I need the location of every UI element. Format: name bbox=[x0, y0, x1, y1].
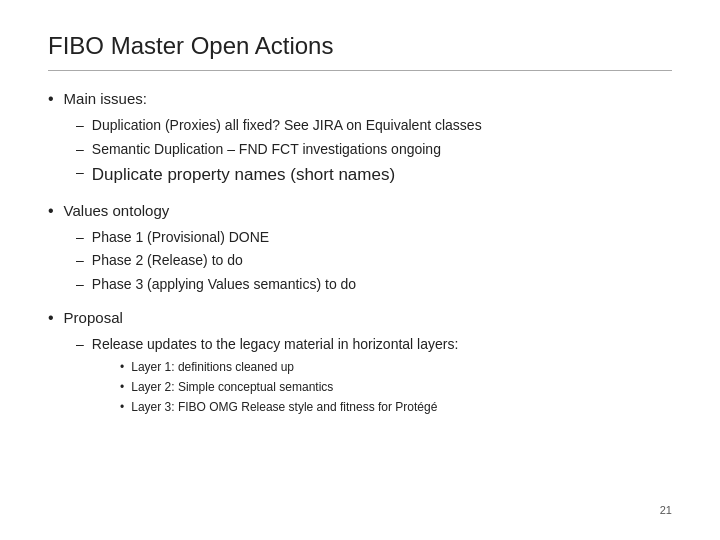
sub-sub-dot-1: • bbox=[120, 358, 124, 376]
sub-sub-dot-3: • bbox=[120, 398, 124, 416]
sub-sub-text-layer1: Layer 1: definitions cleaned up bbox=[131, 358, 294, 376]
dash-1: – bbox=[76, 115, 84, 137]
sub-bullet-phase2: – Phase 2 (Release) to do bbox=[76, 250, 672, 272]
sub-bullet-text-phase3: Phase 3 (applying Values semantics) to d… bbox=[92, 274, 356, 296]
bullet-dot-3: • bbox=[48, 306, 54, 330]
sub-sub-text-layer2: Layer 2: Simple conceptual semantics bbox=[131, 378, 333, 396]
dash-6: – bbox=[76, 274, 84, 296]
dash-4: – bbox=[76, 227, 84, 249]
sub-sub-dot-2: • bbox=[120, 378, 124, 396]
sub-bullet-2: – Semantic Duplication – FND FCT investi… bbox=[76, 139, 672, 161]
sub-bullet-text-phase1: Phase 1 (Provisional) DONE bbox=[92, 227, 269, 249]
sub-bullet-text-3: Duplicate property names (short names) bbox=[92, 162, 395, 188]
sub-bullet-phase3: – Phase 3 (applying Values semantics) to… bbox=[76, 274, 672, 296]
sub-bullet-text-phase2: Phase 2 (Release) to do bbox=[92, 250, 243, 272]
proposal-section: • Proposal – Release updates to the lega… bbox=[48, 306, 672, 417]
main-issues-section: • Main issues: – Duplication (Proxies) a… bbox=[48, 87, 672, 189]
slide-container: FIBO Master Open Actions • Main issues: … bbox=[0, 0, 720, 540]
dash-5: – bbox=[76, 250, 84, 272]
values-ontology-section: • Values ontology – Phase 1 (Provisional… bbox=[48, 199, 672, 296]
proposal-sub-bullets: – Release updates to the legacy material… bbox=[76, 334, 672, 417]
bullet-dot-1: • bbox=[48, 87, 54, 111]
proposal-bullet: • Proposal bbox=[48, 306, 672, 330]
page-number: 21 bbox=[48, 504, 672, 516]
sub-bullet-phase1: – Phase 1 (Provisional) DONE bbox=[76, 227, 672, 249]
sub-bullet-3: – Duplicate property names (short names) bbox=[76, 162, 672, 188]
slide-title: FIBO Master Open Actions bbox=[48, 32, 672, 60]
sub-bullet-1: – Duplication (Proxies) all fixed? See J… bbox=[76, 115, 672, 137]
bullet-dot-2: • bbox=[48, 199, 54, 223]
sub-sub-bullet-layer2: • Layer 2: Simple conceptual semantics bbox=[120, 378, 672, 396]
values-ontology-bullet: • Values ontology bbox=[48, 199, 672, 223]
sub-sub-text-layer3: Layer 3: FIBO OMG Release style and fitn… bbox=[131, 398, 437, 416]
sub-bullet-release: – Release updates to the legacy material… bbox=[76, 334, 672, 356]
sub-sub-bullet-layer3: • Layer 3: FIBO OMG Release style and fi… bbox=[120, 398, 672, 416]
dash-2: – bbox=[76, 139, 84, 161]
dash-3: – bbox=[76, 162, 84, 184]
proposal-sub-sub-bullets: • Layer 1: definitions cleaned up • Laye… bbox=[120, 358, 672, 416]
sub-bullet-text-2: Semantic Duplication – FND FCT investiga… bbox=[92, 139, 441, 161]
values-ontology-label: Values ontology bbox=[64, 199, 170, 223]
values-ontology-sub-bullets: – Phase 1 (Provisional) DONE – Phase 2 (… bbox=[76, 227, 672, 296]
slide-content: • Main issues: – Duplication (Proxies) a… bbox=[48, 87, 672, 500]
title-divider bbox=[48, 70, 672, 71]
dash-7: – bbox=[76, 334, 84, 356]
proposal-label: Proposal bbox=[64, 306, 123, 330]
main-issues-label: Main issues: bbox=[64, 87, 147, 111]
sub-bullet-text-1: Duplication (Proxies) all fixed? See JIR… bbox=[92, 115, 482, 137]
sub-sub-bullet-layer1: • Layer 1: definitions cleaned up bbox=[120, 358, 672, 376]
main-issues-bullet: • Main issues: bbox=[48, 87, 672, 111]
sub-bullet-text-release: Release updates to the legacy material i… bbox=[92, 334, 459, 356]
main-issues-sub-bullets: – Duplication (Proxies) all fixed? See J… bbox=[76, 115, 672, 189]
